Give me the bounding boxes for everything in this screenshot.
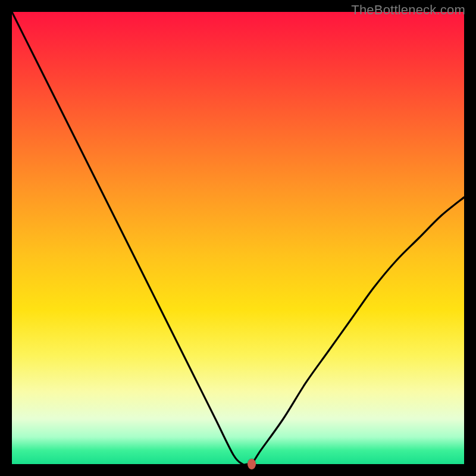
watermark-text: TheBottleneck.com bbox=[351, 2, 465, 18]
curve-path bbox=[12, 12, 464, 464]
bottleneck-curve bbox=[12, 12, 464, 464]
min-marker bbox=[248, 459, 256, 469]
chart-frame: TheBottleneck.com bbox=[0, 0, 476, 476]
